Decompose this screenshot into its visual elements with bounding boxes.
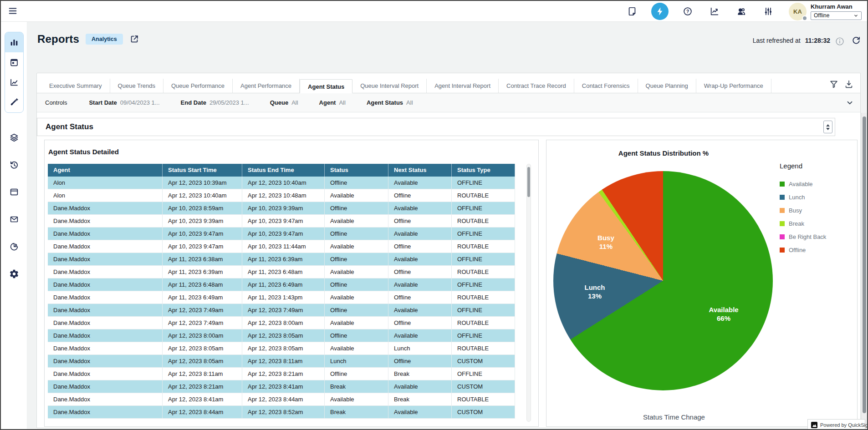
table-row[interactable]: Dane.MaddoxApr 12, 2023 7:49amApr 12, 20…: [48, 317, 515, 329]
table-scrollbar-thumb[interactable]: [527, 167, 530, 197]
chart-title: Agent Status Distribution %: [546, 149, 781, 157]
table-row[interactable]: Dane.MaddoxApr 12, 2023 8:05amApr 12, 20…: [48, 342, 515, 355]
refresh-icon[interactable]: [851, 35, 861, 45]
table-row[interactable]: Dane.MaddoxApr 12, 2023 7:49amApr 12, 20…: [48, 304, 515, 317]
tab-agent-interval-report[interactable]: Agent Interval Report: [427, 79, 499, 93]
control-agent-status[interactable]: Agent StatusAll: [367, 99, 413, 106]
sidebar-item-dashboard-bars-icon[interactable]: [5, 32, 23, 52]
sidebar-item-layers-icon[interactable]: [9, 132, 19, 142]
table-row[interactable]: Dane.MaddoxApr 11, 2023 6:48amApr 11, 20…: [48, 278, 515, 291]
column-header-next-status[interactable]: Next Status: [388, 164, 452, 177]
topbar-active-button[interactable]: [651, 3, 669, 20]
page-scrollbar-thumb[interactable]: [863, 116, 866, 413]
legend-swatch-offline: [780, 248, 785, 253]
table-row[interactable]: AlonApr 12, 2023 10:40amApr 12, 2023 10:…: [48, 189, 515, 202]
legend-item-break[interactable]: Break: [780, 217, 826, 230]
line-chart-icon: [9, 77, 19, 87]
section-stepper[interactable]: [823, 121, 832, 133]
control-label: Queue: [270, 99, 288, 106]
column-header-status[interactable]: Status: [325, 164, 388, 177]
table-cell: Apr 11, 2023 6:48am: [242, 266, 325, 278]
table-cell: CUSTOM: [452, 380, 515, 393]
page-scrollbar[interactable]: [861, 113, 867, 429]
table-cell: Offline: [388, 240, 452, 253]
control-end-date[interactable]: End Date29/05/2023 1...: [181, 99, 249, 106]
table-cell: Available: [325, 342, 388, 354]
table-cell: Offline: [325, 202, 388, 214]
table-cell: Apr 12, 2023 10:40am: [163, 189, 242, 202]
table-row[interactable]: Dane.MaddoxApr 10, 2023 9:47amApr 10, 20…: [48, 240, 515, 253]
tab-wrap-up-performance[interactable]: Wrap-Up Performance: [696, 79, 771, 93]
table-row[interactable]: Dane.MaddoxApr 12, 2023 8:21amApr 12, 20…: [48, 380, 515, 393]
table-row[interactable]: Dane.MaddoxApr 11, 2023 6:39amApr 11, 20…: [48, 266, 515, 278]
column-header-status-end-time[interactable]: Status End Time: [242, 164, 325, 177]
directory-icon[interactable]: [736, 6, 746, 16]
legend-item-be-right-back[interactable]: Be Right Back: [780, 230, 826, 243]
sidebar-item-history-icon[interactable]: [9, 160, 19, 170]
section-title-bar: Agent Status: [37, 118, 835, 136]
control-start-date[interactable]: Start Date09/04/2023 1...: [89, 99, 159, 106]
column-header-status-start-time[interactable]: Status Start Time: [163, 164, 242, 177]
table-cell: Lunch: [388, 342, 452, 354]
table-cell: Offline: [388, 355, 452, 367]
table-row[interactable]: Dane.MaddoxApr 12, 2023 8:05amApr 12, 20…: [48, 355, 515, 368]
table-cell: Apr 12, 2023 8:41am: [242, 380, 325, 393]
table-row[interactable]: Dane.MaddoxApr 12, 2023 8:41amApr 12, 20…: [48, 393, 515, 406]
info-icon[interactable]: [835, 36, 843, 45]
filter-icon[interactable]: [829, 79, 837, 87]
pie-chart[interactable]: [553, 171, 773, 390]
legend-label: Be Right Back: [789, 233, 826, 240]
tab-contract-trace-record[interactable]: Contract Trace Record: [499, 79, 574, 93]
table-cell: Apr 10, 2023 9:39am: [163, 215, 242, 227]
controls-collapse-icon[interactable]: [846, 99, 854, 107]
metrics-icon[interactable]: [710, 6, 720, 16]
tab-queue-trends[interactable]: Queue Trends: [110, 79, 163, 93]
sidebar-item-line-chart-icon[interactable]: [5, 72, 23, 92]
table-cell: Dane.Maddox: [48, 304, 163, 316]
help-icon[interactable]: ?: [683, 6, 693, 16]
column-header-agent[interactable]: Agent: [48, 164, 163, 177]
table-row[interactable]: AlonApr 12, 2023 10:39amApr 12, 2023 10:…: [48, 177, 515, 189]
table-cell: Apr 10, 2023 9:47am: [242, 228, 325, 240]
external-link-icon[interactable]: [129, 34, 139, 44]
avatar[interactable]: KA: [789, 3, 807, 20]
sidebar-item-browser-window-icon[interactable]: [9, 187, 19, 197]
tab-agent-performance[interactable]: Agent Performance: [233, 79, 300, 93]
legend-item-busy[interactable]: Busy: [780, 204, 826, 217]
table-row[interactable]: Dane.MaddoxApr 10, 2023 9:47amApr 10, 20…: [48, 228, 515, 240]
table-row[interactable]: Dane.MaddoxApr 11, 2023 6:49amApr 11, 20…: [48, 291, 515, 304]
table-row[interactable]: Dane.MaddoxApr 12, 2023 8:00amApr 12, 20…: [48, 329, 515, 342]
legend-item-lunch[interactable]: Lunch: [780, 191, 826, 204]
download-icon[interactable]: [844, 79, 852, 87]
table-row[interactable]: Dane.MaddoxApr 11, 2023 6:38amApr 11, 20…: [48, 253, 515, 266]
control-agent[interactable]: AgentAll: [319, 99, 346, 106]
agent-status-select[interactable]: Offline: [811, 11, 862, 20]
tab-executive-summary[interactable]: Executive Summary: [41, 79, 110, 93]
legend-item-offline[interactable]: Offline: [780, 243, 826, 257]
sidebar-item-mail-icon[interactable]: [9, 214, 19, 224]
notepad-icon[interactable]: [627, 6, 637, 16]
tab-queue-performance[interactable]: Queue Performance: [163, 79, 233, 93]
sidebar-item-designer-brush-icon[interactable]: [5, 92, 23, 112]
table-row[interactable]: Dane.MaddoxApr 12, 2023 8:11amApr 12, 20…: [48, 368, 515, 380]
sidebar-item-calendar-icon[interactable]: [5, 52, 23, 72]
tab-queue-interval-report[interactable]: Queue Interval Report: [352, 79, 427, 93]
sidebar-item-pie-chart-icon[interactable]: [9, 242, 19, 252]
hamburger-menu-icon[interactable]: [8, 6, 19, 17]
table-cell: Dane.Maddox: [48, 317, 163, 329]
table-row[interactable]: Dane.MaddoxApr 10, 2023 8:59amApr 10, 20…: [48, 202, 515, 215]
tab-queue-planning[interactable]: Queue Planning: [638, 79, 696, 93]
table-row[interactable]: Dane.MaddoxApr 12, 2023 8:44amApr 12, 20…: [48, 406, 515, 419]
column-header-status-type[interactable]: Status Type: [452, 164, 515, 177]
settings-sliders-icon[interactable]: [763, 6, 773, 16]
table-cell: Apr 11, 2023 1:43pm: [242, 291, 325, 304]
legend-item-available[interactable]: Available: [780, 177, 826, 191]
table-scrollbar[interactable]: [526, 164, 531, 422]
tab-agent-status[interactable]: Agent Status: [300, 79, 352, 93]
sheet-tabs: Executive SummaryQueue TrendsQueue Perfo…: [37, 73, 860, 93]
table-row[interactable]: Dane.MaddoxApr 10, 2023 9:39amApr 10, 20…: [48, 215, 515, 228]
control-queue[interactable]: QueueAll: [270, 99, 298, 106]
table-cell: Dane.Maddox: [48, 266, 163, 278]
tab-contact-forensics[interactable]: Contact Forensics: [574, 79, 638, 93]
sidebar-item-settings-gear-icon[interactable]: [9, 269, 19, 279]
